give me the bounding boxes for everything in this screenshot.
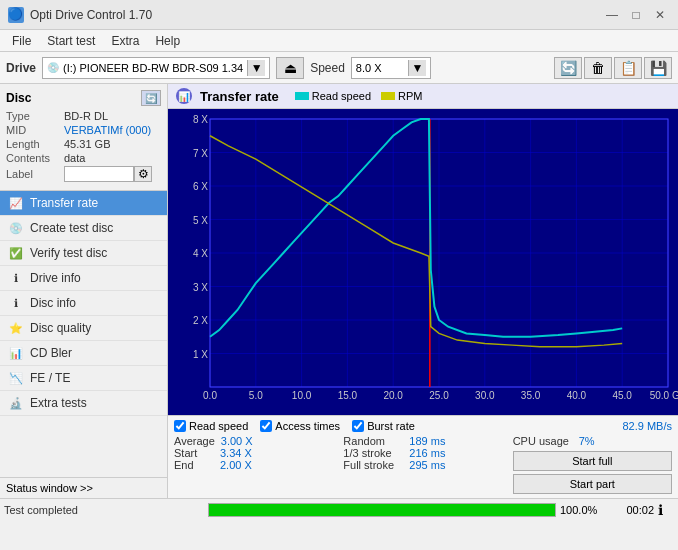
disc-info-panel: Disc 🔄 Type BD-R DL MID VERBATIMf (000) …: [0, 84, 167, 191]
nav-verify-test-disc[interactable]: ✅ Verify test disc: [0, 241, 167, 266]
minimize-button[interactable]: —: [602, 5, 622, 25]
menu-extra[interactable]: Extra: [103, 32, 147, 49]
menu-file[interactable]: File: [4, 32, 39, 49]
cpu-row: CPU usage 7%: [513, 435, 672, 447]
type-value: BD-R DL: [64, 110, 108, 122]
read-speed-checkbox-item: Read speed: [174, 420, 248, 432]
chart-header: 📊 Transfer rate Read speed RPM: [168, 84, 678, 109]
read-speed-checkbox-label: Read speed: [189, 420, 248, 432]
progress-text: 100.0%: [560, 504, 605, 516]
sidebar: Disc 🔄 Type BD-R DL MID VERBATIMf (000) …: [0, 84, 168, 498]
rpm-legend-color: [381, 92, 395, 100]
read-speed-legend-color: [295, 92, 309, 100]
save-button[interactable]: 💾: [644, 57, 672, 79]
cpu-value: 7%: [579, 435, 619, 447]
length-label: Length: [6, 138, 64, 150]
legend-rpm: RPM: [381, 90, 422, 102]
chart-legend: Read speed RPM: [295, 90, 423, 102]
eject-button[interactable]: ⏏: [276, 57, 304, 79]
average-row: Average 3.00 X: [174, 435, 333, 447]
maximize-button[interactable]: □: [626, 5, 646, 25]
speed-select[interactable]: 8.0 X ▼: [351, 57, 431, 79]
speed-dropdown-button[interactable]: ▼: [408, 60, 426, 76]
mid-value: VERBATIMf (000): [64, 124, 151, 136]
start-full-button[interactable]: Start full: [513, 451, 672, 471]
average-value: 3.00 X: [221, 435, 261, 447]
chart-title: Transfer rate: [200, 89, 279, 104]
drive-dropdown-button[interactable]: ▼: [247, 60, 265, 76]
label-input[interactable]: [64, 166, 134, 182]
create-disc-icon: 💿: [8, 221, 24, 235]
close-button[interactable]: ✕: [650, 5, 670, 25]
random-row: Random 189 ms: [343, 435, 502, 447]
contents-label: Contents: [6, 152, 64, 164]
nav-extra-tests-label: Extra tests: [30, 396, 87, 410]
nav-create-test-disc[interactable]: 💿 Create test disc: [0, 216, 167, 241]
extra-tests-icon: 🔬: [8, 396, 24, 410]
access-times-checkbox-label: Access times: [275, 420, 340, 432]
fullstroke-label: Full stroke: [343, 459, 403, 471]
refresh-button[interactable]: 🔄: [554, 57, 582, 79]
burst-rate-checkbox[interactable]: [352, 420, 364, 432]
start-row: Start 3.34 X: [174, 447, 333, 459]
disc-panel-title: Disc: [6, 91, 31, 105]
chart-header-icon: 📊: [176, 88, 192, 104]
drive-label: Drive: [6, 61, 36, 75]
nav-fe-te[interactable]: 📉 FE / TE: [0, 366, 167, 391]
onethird-value: 216 ms: [409, 447, 449, 459]
main-content: Disc 🔄 Type BD-R DL MID VERBATIMf (000) …: [0, 84, 678, 498]
nav-disc-quality-label: Disc quality: [30, 321, 91, 335]
nav-drive-info[interactable]: ℹ Drive info: [0, 266, 167, 291]
copy-button[interactable]: 📋: [614, 57, 642, 79]
status-window-button[interactable]: Status window >>: [0, 477, 167, 498]
legend-read-speed: Read speed: [295, 90, 371, 102]
statusbar: Test completed 100.0% 00:02 ℹ: [0, 498, 678, 520]
app-title: Opti Drive Control 1.70: [30, 8, 602, 22]
nav-transfer-rate[interactable]: 📈 Transfer rate: [0, 191, 167, 216]
disc-info-icon: ℹ: [8, 296, 24, 310]
sidebar-nav: 📈 Transfer rate 💿 Create test disc ✅ Ver…: [0, 191, 167, 477]
window-controls: — □ ✕: [602, 5, 670, 25]
drive-value: (I:) PIONEER BD-RW BDR-S09 1.34: [63, 62, 243, 74]
drive-select[interactable]: 💿 (I:) PIONEER BD-RW BDR-S09 1.34 ▼: [42, 57, 270, 79]
progress-bar-outer: [208, 503, 556, 517]
speed-value: 8.0 X: [356, 62, 404, 74]
start-part-button[interactable]: Start part: [513, 474, 672, 494]
fe-te-icon: 📉: [8, 371, 24, 385]
cd-bler-icon: 📊: [8, 346, 24, 360]
progress-area: 100.0% 00:02 ℹ: [208, 502, 674, 518]
nav-verify-test-disc-label: Verify test disc: [30, 246, 107, 260]
status-text: Test completed: [4, 504, 204, 516]
nav-cd-bler[interactable]: 📊 CD Bler: [0, 341, 167, 366]
nav-extra-tests[interactable]: 🔬 Extra tests: [0, 391, 167, 416]
nav-disc-info[interactable]: ℹ Disc info: [0, 291, 167, 316]
read-speed-legend-label: Read speed: [312, 90, 371, 102]
time-text: 00:02: [609, 504, 654, 516]
access-times-checkbox[interactable]: [260, 420, 272, 432]
label-gear-button[interactable]: ⚙: [134, 166, 152, 182]
drive-icon: 💿: [47, 62, 59, 73]
drive-toolbar: Drive 💿 (I:) PIONEER BD-RW BDR-S09 1.34 …: [0, 52, 678, 84]
nav-transfer-rate-label: Transfer rate: [30, 196, 98, 210]
rpm-legend-label: RPM: [398, 90, 422, 102]
status-info-icon[interactable]: ℹ: [658, 502, 674, 518]
app-icon: 🔵: [8, 7, 24, 23]
menu-start-test[interactable]: Start test: [39, 32, 103, 49]
chart-stats: Read speed Access times Burst rate 82.9 …: [168, 415, 678, 498]
stats-col2: Random 189 ms 1/3 stroke 216 ms Full str…: [343, 435, 502, 494]
onethird-row: 1/3 stroke 216 ms: [343, 447, 502, 459]
menu-help[interactable]: Help: [147, 32, 188, 49]
nav-disc-quality[interactable]: ⭐ Disc quality: [0, 316, 167, 341]
erase-button[interactable]: 🗑: [584, 57, 612, 79]
disc-refresh-button[interactable]: 🔄: [141, 90, 161, 106]
chart-content: 📊 Transfer rate Read speed RPM: [168, 84, 678, 498]
transfer-rate-icon: 📈: [8, 196, 24, 210]
read-speed-checkbox[interactable]: [174, 420, 186, 432]
start-value: 3.34 X: [220, 447, 260, 459]
onethird-label: 1/3 stroke: [343, 447, 403, 459]
fullstroke-value: 295 ms: [409, 459, 449, 471]
chart-canvas: [168, 109, 678, 415]
type-label: Type: [6, 110, 64, 122]
stats-section: Average 3.00 X Start 3.34 X End 2.00 X: [174, 435, 672, 494]
checkboxes-row: Read speed Access times Burst rate 82.9 …: [174, 420, 672, 432]
